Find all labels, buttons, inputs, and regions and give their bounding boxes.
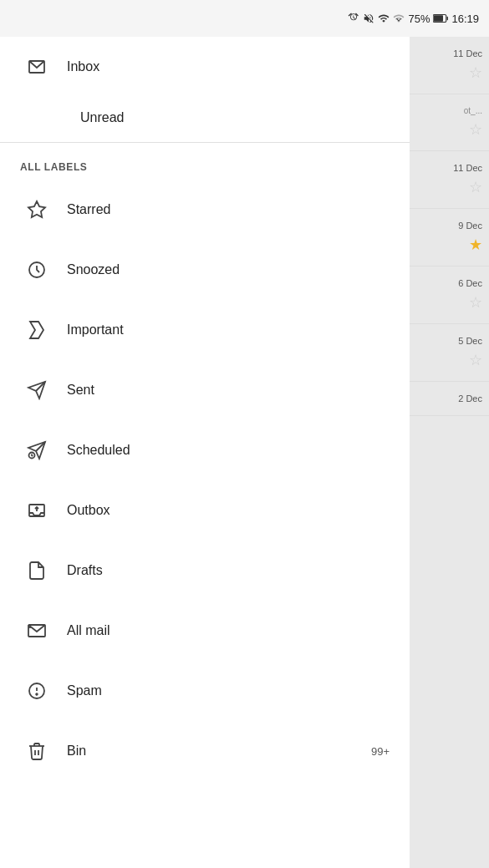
mute-icon	[363, 13, 374, 24]
bin-label: Bin	[67, 744, 371, 759]
svg-rect-2	[434, 15, 443, 22]
email-bg-item: 6 Dec ☆	[410, 266, 489, 324]
sidebar-item-important[interactable]: Important	[0, 300, 410, 360]
scheduled-send-icon	[20, 434, 53, 467]
starred-label: Starred	[67, 202, 390, 217]
outbox-icon	[20, 494, 53, 527]
bin-badge: 99+	[371, 745, 390, 758]
trash-icon	[20, 734, 53, 768]
send-icon	[20, 373, 53, 407]
email-bg-item: 11 Dec ☆	[410, 151, 489, 209]
navigation-drawer: Inbox Unread ALL LABELS Starred	[0, 37, 410, 868]
sidebar-item-snoozed[interactable]: Snoozed	[0, 240, 410, 300]
sidebar-item-scheduled[interactable]: Scheduled	[0, 420, 410, 480]
wifi-icon	[378, 13, 390, 24]
email-bg-item: 2 Dec	[410, 382, 489, 416]
signal-icon	[393, 13, 405, 24]
battery-percent: 75%	[408, 13, 430, 25]
email-bg-item: 9 Dec ★	[410, 209, 489, 266]
sidebar-item-inbox[interactable]: Inbox	[0, 37, 410, 97]
inbox-label: Inbox	[67, 59, 390, 74]
status-bar: 75% 16:19	[0, 0, 489, 37]
spam-icon	[20, 674, 53, 708]
status-icons: 75% 16:19	[348, 13, 479, 25]
email-list-background: 11 Dec ☆ ot_... ☆ 11 Dec ☆ 9 Dec ★ 6 Dec…	[410, 37, 489, 868]
inbox-icon	[20, 50, 53, 84]
snoozed-label: Snoozed	[67, 262, 390, 277]
divider	[0, 142, 410, 143]
all-labels-heading: ALL LABELS	[0, 146, 410, 180]
unread-label: Unread	[80, 110, 124, 124]
spam-label: Spam	[67, 683, 390, 698]
svg-point-21	[36, 693, 38, 695]
sidebar-item-spam[interactable]: Spam	[0, 661, 410, 721]
alarm-icon	[348, 13, 359, 24]
time: 16:19	[451, 13, 479, 25]
svg-marker-11	[30, 322, 43, 338]
outbox-label: Outbox	[67, 503, 390, 518]
email-bg-item: ot_... ☆	[410, 94, 489, 151]
sidebar-item-unread[interactable]: Unread	[0, 97, 410, 139]
scheduled-label: Scheduled	[67, 443, 390, 458]
clock-icon	[20, 253, 53, 287]
sidebar-item-outbox[interactable]: Outbox	[0, 480, 410, 541]
all-mail-label: All mail	[67, 623, 390, 638]
email-bg-item: 5 Dec ☆	[410, 324, 489, 382]
battery-icon	[433, 13, 448, 23]
svg-rect-1	[447, 17, 449, 21]
sidebar-item-all-mail[interactable]: All mail	[0, 601, 410, 661]
sidebar-item-sent[interactable]: Sent	[0, 360, 410, 420]
sent-label: Sent	[67, 383, 390, 398]
main-screen: 11 Dec ☆ ot_... ☆ 11 Dec ☆ 9 Dec ★ 6 Dec…	[0, 37, 489, 868]
important-label: Important	[67, 322, 390, 338]
draft-icon	[20, 554, 53, 587]
important-icon	[20, 313, 53, 347]
svg-marker-9	[28, 201, 45, 217]
sidebar-item-starred[interactable]: Starred	[0, 180, 410, 240]
email-bg-item: 11 Dec ☆	[410, 37, 489, 94]
sidebar-item-drafts[interactable]: Drafts	[0, 541, 410, 601]
drafts-label: Drafts	[67, 563, 390, 578]
sidebar-item-bin[interactable]: Bin 99+	[0, 721, 410, 781]
star-icon	[20, 193, 53, 226]
all-mail-icon	[20, 614, 53, 647]
